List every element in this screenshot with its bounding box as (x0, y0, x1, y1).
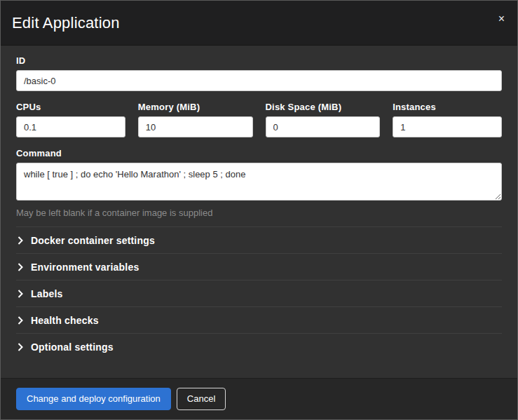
section-environment-variables[interactable]: Environment variables (16, 254, 502, 280)
cpus-field-group: CPUs (16, 102, 125, 137)
edit-application-modal: Edit Application × ID CPUs Memory (MiB) … (0, 0, 518, 420)
modal-footer: Change and deploy configuration Cancel (1, 378, 517, 419)
modal-header: Edit Application × (1, 1, 517, 46)
section-label: Health checks (31, 315, 99, 326)
section-health-checks[interactable]: Health checks (16, 307, 502, 334)
cpus-input[interactable] (16, 116, 125, 137)
section-optional-settings[interactable]: Optional settings (16, 334, 502, 360)
command-input[interactable]: while [ true ] ; do echo 'Hello Marathon… (16, 163, 502, 201)
disk-input[interactable] (266, 116, 381, 137)
instances-label: Instances (393, 102, 502, 112)
memory-label: Memory (MiB) (138, 102, 253, 112)
section-labels[interactable]: Labels (16, 280, 502, 307)
memory-input[interactable] (138, 116, 253, 137)
id-input[interactable] (16, 70, 502, 91)
command-field-group: Command while [ true ] ; do echo 'Hello … (16, 148, 502, 218)
close-icon[interactable]: × (494, 11, 509, 27)
chevron-right-icon (18, 290, 23, 298)
collapsible-sections: Docker container settings Environment va… (16, 226, 502, 360)
command-help-text: May be left blank if a container image i… (16, 208, 502, 218)
section-label: Optional settings (31, 341, 114, 353)
cpus-label: CPUs (16, 102, 125, 112)
modal-body: ID CPUs Memory (MiB) Disk Space (MiB) In… (1, 46, 517, 378)
instances-field-group: Instances (393, 102, 502, 137)
section-label: Environment variables (31, 262, 139, 273)
change-and-deploy-button[interactable]: Change and deploy configuration (16, 388, 171, 410)
chevron-right-icon (18, 316, 23, 325)
id-label: ID (16, 55, 502, 66)
section-docker-container-settings[interactable]: Docker container settings (16, 227, 502, 254)
memory-field-group: Memory (MiB) (138, 102, 253, 137)
chevron-right-icon (18, 343, 23, 351)
cancel-button[interactable]: Cancel (177, 388, 226, 410)
instances-input[interactable] (393, 116, 502, 137)
section-label: Docker container settings (31, 235, 155, 246)
section-label: Labels (31, 288, 63, 299)
resources-row: CPUs Memory (MiB) Disk Space (MiB) Insta… (16, 102, 502, 137)
disk-field-group: Disk Space (MiB) (266, 102, 381, 137)
id-field-group: ID (16, 55, 502, 91)
chevron-right-icon (18, 263, 23, 271)
chevron-right-icon (18, 236, 23, 245)
disk-label: Disk Space (MiB) (266, 102, 381, 112)
command-label: Command (16, 148, 502, 158)
modal-title: Edit Application (12, 14, 120, 32)
